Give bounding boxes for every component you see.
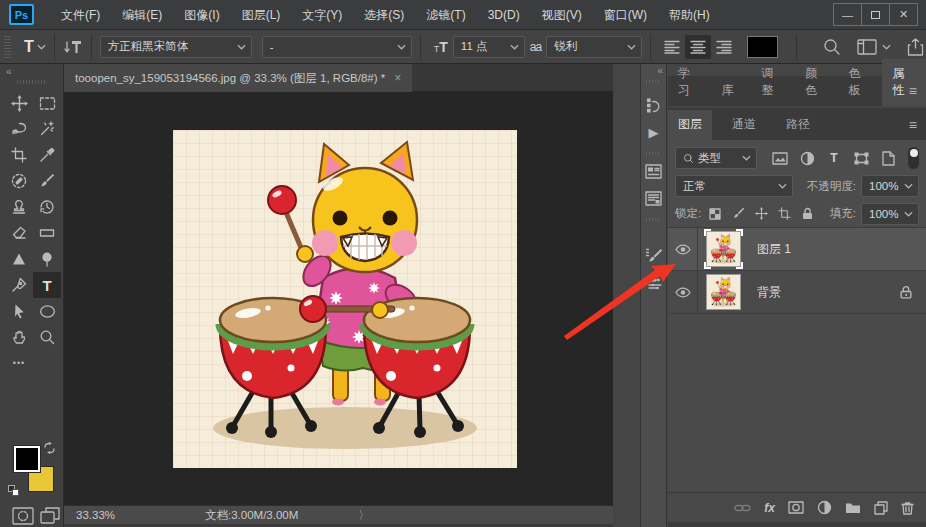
menu-layer[interactable]: 图层(L) xyxy=(231,0,292,30)
panel-menu-icon[interactable]: ≡ xyxy=(909,117,917,133)
lock-transparency-button[interactable] xyxy=(706,204,724,224)
eyedropper-tool[interactable] xyxy=(33,142,61,168)
delete-layer-icon[interactable] xyxy=(901,501,914,515)
spot-healing-brush-tool[interactable] xyxy=(5,168,33,194)
lock-all-button[interactable] xyxy=(798,204,816,224)
tab-paths[interactable]: 路径 xyxy=(776,110,820,140)
filter-type-layers-button[interactable]: T xyxy=(823,148,845,168)
status-options-chevron[interactable]: 〉 xyxy=(358,508,370,523)
search-icon[interactable] xyxy=(823,38,841,56)
layer-row-1[interactable]: 图层 1 xyxy=(668,228,926,271)
close-button[interactable]: ✕ xyxy=(889,3,918,26)
document-tab[interactable]: tooopen_sy_159053194566.jpg @ 33.3% (图层 … xyxy=(64,64,412,92)
filter-shape-layers-button[interactable] xyxy=(850,148,872,168)
layer-thumbnail[interactable] xyxy=(706,274,741,310)
align-left-button[interactable] xyxy=(659,35,685,59)
paragraph-panel-button[interactable] xyxy=(641,186,666,210)
tab-channels[interactable]: 通道 xyxy=(722,110,766,140)
add-layer-mask-icon[interactable] xyxy=(788,501,804,514)
filter-adjustment-layers-button[interactable] xyxy=(796,148,818,168)
layer-name[interactable]: 图层 1 xyxy=(757,241,791,258)
layer-name[interactable]: 背景 xyxy=(757,284,781,301)
rectangular-marquee-tool[interactable] xyxy=(33,90,61,116)
hand-tool[interactable] xyxy=(5,324,33,350)
blend-mode-select[interactable]: 正常 xyxy=(675,175,793,197)
lasso-tool[interactable] xyxy=(5,116,33,142)
text-orientation-icon[interactable] xyxy=(63,38,83,56)
canvas-image[interactable] xyxy=(173,130,517,468)
collapse-tools-icon[interactable]: « xyxy=(6,66,11,77)
anti-alias-select[interactable]: 锐利 xyxy=(546,36,642,58)
layer-filter-toggle[interactable] xyxy=(908,147,919,169)
layer-row-background[interactable]: 背景 xyxy=(668,271,926,314)
ellipse-shape-tool[interactable] xyxy=(33,298,61,324)
character-panel-button[interactable] xyxy=(641,159,666,183)
tab-color[interactable]: 颜色 xyxy=(795,59,839,106)
actions-panel-button[interactable]: ▶ xyxy=(641,120,666,144)
layer-filter-type-select[interactable]: 类型 xyxy=(675,147,757,169)
eraser-tool[interactable] xyxy=(5,220,33,246)
zoom-tool[interactable] xyxy=(33,324,61,350)
screen-mode-button[interactable] xyxy=(40,507,60,524)
menu-file[interactable]: 文件(F) xyxy=(50,0,111,30)
brush-tool[interactable] xyxy=(33,168,61,194)
tools-grip[interactable] xyxy=(17,80,47,84)
swap-colors-icon[interactable] xyxy=(43,442,56,454)
canvas-area[interactable] xyxy=(64,92,613,505)
new-layer-icon[interactable] xyxy=(874,501,888,515)
panel-menu-icon[interactable]: ≡ xyxy=(909,83,917,99)
zoom-level-field[interactable]: 33.33% xyxy=(76,509,115,521)
quick-selection-tool[interactable] xyxy=(33,116,61,142)
path-selection-tool[interactable] xyxy=(5,298,33,324)
layer-style-icon[interactable]: fx xyxy=(764,501,775,515)
clone-stamp-tool[interactable] xyxy=(5,194,33,220)
options-grip[interactable] xyxy=(4,36,11,58)
layer-visibility-toggle[interactable] xyxy=(668,271,698,313)
menu-select[interactable]: 选择(S) xyxy=(353,0,415,30)
filter-smart-objects-button[interactable] xyxy=(877,148,899,168)
foreground-color-swatch[interactable] xyxy=(14,446,40,472)
pen-tool[interactable] xyxy=(5,272,33,298)
chevron-down-icon[interactable] xyxy=(37,44,46,50)
fill-field[interactable]: 100% xyxy=(861,203,919,225)
move-tool[interactable] xyxy=(5,90,33,116)
dodge-tool[interactable] xyxy=(33,246,61,272)
menu-view[interactable]: 视图(V) xyxy=(531,0,593,30)
link-layers-icon[interactable] xyxy=(734,503,751,513)
lock-pixels-button[interactable] xyxy=(729,204,747,224)
tab-properties[interactable]: 属性 xyxy=(882,59,926,106)
lock-position-button[interactable] xyxy=(752,204,770,224)
default-colors-icon[interactable] xyxy=(8,485,19,496)
sharpen-tool[interactable] xyxy=(5,246,33,272)
tab-layers[interactable]: 图层 xyxy=(668,110,712,140)
brushes-panel-button[interactable] xyxy=(641,270,666,294)
brush-settings-panel-button[interactable] xyxy=(641,243,666,267)
menu-filter[interactable]: 滤镜(T) xyxy=(415,0,476,30)
align-right-button[interactable] xyxy=(711,35,737,59)
history-brush-tool[interactable] xyxy=(33,194,61,220)
layer-thumbnail[interactable] xyxy=(706,231,741,267)
opacity-field[interactable]: 100% xyxy=(861,175,919,197)
menu-3d[interactable]: 3D(D) xyxy=(477,0,531,30)
workspace-switcher-icon[interactable] xyxy=(857,39,877,55)
quick-mask-button[interactable] xyxy=(12,507,34,525)
chevron-down-icon[interactable] xyxy=(882,44,891,50)
font-family-select[interactable]: 方正粗黑宋简体 xyxy=(100,36,252,58)
menu-edit[interactable]: 编辑(E) xyxy=(111,0,173,30)
new-adjustment-layer-icon[interactable] xyxy=(817,500,832,515)
menu-help[interactable]: 帮助(H) xyxy=(658,0,721,30)
layer-visibility-toggle[interactable] xyxy=(668,228,698,270)
text-color-swatch[interactable] xyxy=(747,36,778,58)
type-tool[interactable]: T xyxy=(33,272,61,298)
menu-type[interactable]: 文字(Y) xyxy=(291,0,353,30)
font-style-select[interactable]: - xyxy=(262,36,412,58)
close-tab-icon[interactable]: × xyxy=(394,71,401,85)
menu-image[interactable]: 图像(I) xyxy=(173,0,230,30)
minimize-button[interactable]: — xyxy=(833,3,862,26)
lock-artboard-button[interactable] xyxy=(775,204,793,224)
tab-learn[interactable]: 学习 xyxy=(668,59,712,106)
filter-pixel-layers-button[interactable] xyxy=(769,148,791,168)
tab-swatches[interactable]: 色板 xyxy=(839,59,883,106)
crop-tool[interactable] xyxy=(5,142,33,168)
gradient-tool[interactable] xyxy=(33,220,61,246)
